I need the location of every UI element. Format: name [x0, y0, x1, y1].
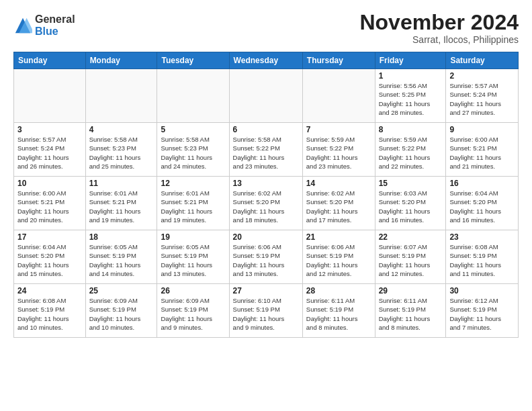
calendar-cell: 1Sunrise: 5:56 AM Sunset: 5:25 PM Daylig…	[375, 69, 446, 123]
day-number: 25	[89, 286, 154, 295]
day-number: 9	[449, 125, 515, 134]
page: General Blue November 2024 Sarrat, Iloco…	[0, 0, 532, 411]
day-info: Sunrise: 6:01 AM Sunset: 5:21 PM Dayligh…	[161, 189, 225, 224]
calendar-cell	[229, 69, 302, 123]
weekday-header-wednesday: Wednesday	[229, 52, 302, 69]
calendar-cell: 17Sunrise: 6:04 AM Sunset: 5:20 PM Dayli…	[14, 230, 86, 284]
day-number: 8	[379, 125, 443, 134]
calendar-cell: 21Sunrise: 6:06 AM Sunset: 5:19 PM Dayli…	[302, 230, 375, 284]
day-number: 12	[161, 179, 225, 188]
calendar-cell: 30Sunrise: 6:12 AM Sunset: 5:19 PM Dayli…	[446, 284, 519, 338]
calendar-cell: 27Sunrise: 6:10 AM Sunset: 5:19 PM Dayli…	[229, 284, 302, 338]
calendar-cell: 3Sunrise: 5:57 AM Sunset: 5:24 PM Daylig…	[14, 123, 86, 177]
day-number: 24	[17, 286, 82, 295]
day-info: Sunrise: 5:58 AM Sunset: 5:23 PM Dayligh…	[161, 135, 225, 171]
day-info: Sunrise: 6:10 AM Sunset: 5:19 PM Dayligh…	[233, 296, 299, 332]
logo: General Blue	[13, 13, 75, 37]
day-number: 15	[379, 179, 443, 188]
calendar-cell: 26Sunrise: 6:09 AM Sunset: 5:19 PM Dayli…	[157, 284, 229, 338]
title-area: November 2024 Sarrat, Ilocos, Philippine…	[359, 11, 519, 45]
day-info: Sunrise: 6:05 AM Sunset: 5:19 PM Dayligh…	[89, 242, 154, 278]
day-number: 6	[233, 125, 299, 134]
day-info: Sunrise: 6:06 AM Sunset: 5:19 PM Dayligh…	[306, 242, 371, 278]
calendar-week-row: 3Sunrise: 5:57 AM Sunset: 5:24 PM Daylig…	[14, 123, 519, 177]
day-info: Sunrise: 6:11 AM Sunset: 5:19 PM Dayligh…	[379, 296, 443, 332]
day-number: 14	[306, 179, 371, 188]
calendar-week-row: 17Sunrise: 6:04 AM Sunset: 5:20 PM Dayli…	[14, 230, 519, 284]
day-info: Sunrise: 5:59 AM Sunset: 5:22 PM Dayligh…	[306, 135, 371, 171]
calendar-cell: 14Sunrise: 6:02 AM Sunset: 5:20 PM Dayli…	[302, 177, 375, 230]
calendar-cell	[85, 69, 157, 123]
calendar-cell: 29Sunrise: 6:11 AM Sunset: 5:19 PM Dayli…	[375, 284, 446, 338]
day-info: Sunrise: 5:58 AM Sunset: 5:22 PM Dayligh…	[233, 135, 299, 171]
day-info: Sunrise: 6:09 AM Sunset: 5:19 PM Dayligh…	[89, 296, 154, 332]
day-number: 30	[449, 286, 515, 295]
header: General Blue November 2024 Sarrat, Iloco…	[13, 11, 519, 45]
weekday-header-saturday: Saturday	[446, 52, 519, 69]
day-info: Sunrise: 6:06 AM Sunset: 5:19 PM Dayligh…	[233, 242, 299, 278]
day-number: 3	[17, 125, 82, 134]
weekday-header-friday: Friday	[375, 52, 446, 69]
day-info: Sunrise: 5:57 AM Sunset: 5:24 PM Dayligh…	[449, 81, 515, 117]
calendar-cell: 6Sunrise: 5:58 AM Sunset: 5:22 PM Daylig…	[229, 123, 302, 177]
day-info: Sunrise: 6:04 AM Sunset: 5:20 PM Dayligh…	[17, 242, 82, 278]
calendar-week-row: 24Sunrise: 6:08 AM Sunset: 5:19 PM Dayli…	[14, 284, 519, 338]
day-number: 23	[449, 232, 515, 242]
day-info: Sunrise: 5:57 AM Sunset: 5:24 PM Dayligh…	[17, 135, 82, 171]
calendar-cell: 11Sunrise: 6:01 AM Sunset: 5:21 PM Dayli…	[85, 177, 157, 230]
calendar-cell: 20Sunrise: 6:06 AM Sunset: 5:19 PM Dayli…	[229, 230, 302, 284]
day-number: 21	[306, 232, 371, 242]
calendar-cell: 22Sunrise: 6:07 AM Sunset: 5:19 PM Dayli…	[375, 230, 446, 284]
day-number: 19	[161, 232, 225, 242]
month-title: November 2024	[359, 11, 519, 34]
day-number: 29	[379, 286, 443, 295]
day-number: 11	[89, 179, 154, 188]
day-info: Sunrise: 6:02 AM Sunset: 5:20 PM Dayligh…	[306, 189, 371, 224]
logo-blue: Blue	[35, 26, 75, 38]
day-number: 1	[379, 71, 443, 81]
day-info: Sunrise: 5:56 AM Sunset: 5:25 PM Dayligh…	[379, 81, 443, 117]
day-info: Sunrise: 6:12 AM Sunset: 5:19 PM Dayligh…	[449, 296, 515, 332]
day-info: Sunrise: 5:59 AM Sunset: 5:22 PM Dayligh…	[379, 135, 443, 171]
calendar-cell	[157, 69, 229, 123]
calendar-body: 1Sunrise: 5:56 AM Sunset: 5:25 PM Daylig…	[14, 69, 519, 338]
subtitle: Sarrat, Ilocos, Philippines	[359, 34, 519, 45]
logo-text: General Blue	[35, 13, 75, 37]
day-info: Sunrise: 6:08 AM Sunset: 5:19 PM Dayligh…	[17, 296, 82, 332]
logo-icon	[13, 16, 32, 35]
day-info: Sunrise: 6:02 AM Sunset: 5:20 PM Dayligh…	[233, 189, 299, 224]
calendar-cell: 2Sunrise: 5:57 AM Sunset: 5:24 PM Daylig…	[446, 69, 519, 123]
weekday-header-tuesday: Tuesday	[157, 52, 229, 69]
calendar-cell: 28Sunrise: 6:11 AM Sunset: 5:19 PM Dayli…	[302, 284, 375, 338]
calendar: SundayMondayTuesdayWednesdayThursdayFrid…	[13, 52, 519, 338]
calendar-cell	[14, 69, 86, 123]
weekday-header-thursday: Thursday	[302, 52, 375, 69]
day-number: 17	[17, 232, 82, 242]
calendar-cell: 19Sunrise: 6:05 AM Sunset: 5:19 PM Dayli…	[157, 230, 229, 284]
day-info: Sunrise: 6:03 AM Sunset: 5:20 PM Dayligh…	[379, 189, 443, 224]
calendar-cell: 13Sunrise: 6:02 AM Sunset: 5:20 PM Dayli…	[229, 177, 302, 230]
day-info: Sunrise: 6:04 AM Sunset: 5:20 PM Dayligh…	[449, 189, 515, 224]
weekday-header-monday: Monday	[85, 52, 157, 69]
day-number: 2	[449, 71, 515, 81]
calendar-week-row: 10Sunrise: 6:00 AM Sunset: 5:21 PM Dayli…	[14, 177, 519, 230]
weekday-header-sunday: Sunday	[14, 52, 86, 69]
calendar-cell: 24Sunrise: 6:08 AM Sunset: 5:19 PM Dayli…	[14, 284, 86, 338]
calendar-cell: 16Sunrise: 6:04 AM Sunset: 5:20 PM Dayli…	[446, 177, 519, 230]
day-number: 26	[161, 286, 225, 295]
weekday-header-row: SundayMondayTuesdayWednesdayThursdayFrid…	[14, 52, 519, 69]
calendar-cell: 4Sunrise: 5:58 AM Sunset: 5:23 PM Daylig…	[85, 123, 157, 177]
calendar-cell: 7Sunrise: 5:59 AM Sunset: 5:22 PM Daylig…	[302, 123, 375, 177]
day-info: Sunrise: 5:58 AM Sunset: 5:23 PM Dayligh…	[89, 135, 154, 171]
calendar-cell: 25Sunrise: 6:09 AM Sunset: 5:19 PM Dayli…	[85, 284, 157, 338]
day-info: Sunrise: 6:05 AM Sunset: 5:19 PM Dayligh…	[161, 242, 225, 278]
day-number: 27	[233, 286, 299, 295]
calendar-cell: 8Sunrise: 5:59 AM Sunset: 5:22 PM Daylig…	[375, 123, 446, 177]
day-info: Sunrise: 6:00 AM Sunset: 5:21 PM Dayligh…	[449, 135, 515, 171]
day-info: Sunrise: 6:09 AM Sunset: 5:19 PM Dayligh…	[161, 296, 225, 332]
day-info: Sunrise: 6:01 AM Sunset: 5:21 PM Dayligh…	[89, 189, 154, 224]
calendar-cell: 15Sunrise: 6:03 AM Sunset: 5:20 PM Dayli…	[375, 177, 446, 230]
calendar-cell: 23Sunrise: 6:08 AM Sunset: 5:19 PM Dayli…	[446, 230, 519, 284]
day-number: 4	[89, 125, 154, 134]
calendar-header: SundayMondayTuesdayWednesdayThursdayFrid…	[14, 52, 519, 69]
